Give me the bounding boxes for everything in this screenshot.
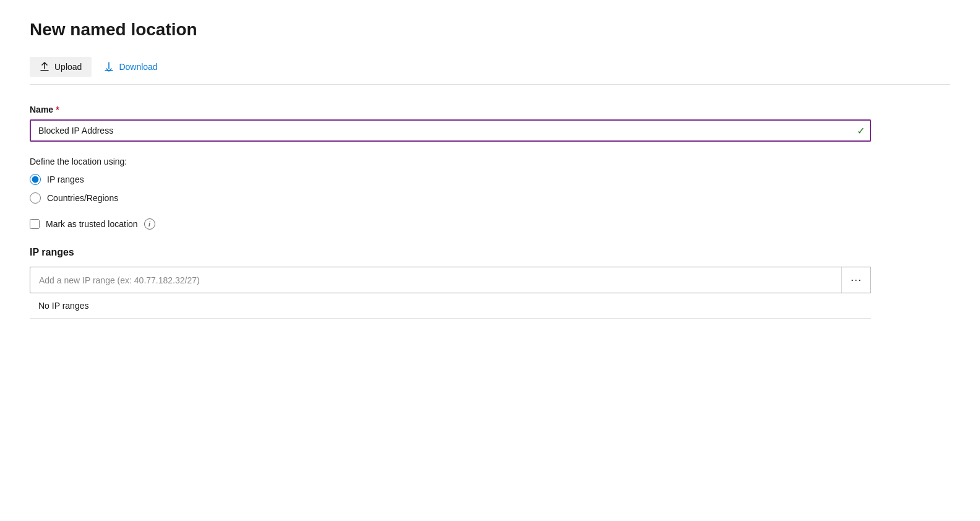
required-indicator: * xyxy=(56,105,59,114)
name-label: Name * xyxy=(30,105,896,114)
download-button[interactable]: Download xyxy=(94,57,167,77)
radio-group: IP ranges Countries/Regions xyxy=(30,174,896,204)
more-icon: ··· xyxy=(851,273,862,286)
define-location-label: Define the location using: xyxy=(30,157,896,166)
no-ip-ranges-text: No IP ranges xyxy=(30,293,871,319)
radio-ip-ranges-item[interactable]: IP ranges xyxy=(30,174,896,185)
trusted-location-label: Mark as trusted location xyxy=(46,219,138,229)
validation-check-icon: ✓ xyxy=(857,125,865,137)
trusted-location-group: Mark as trusted location i xyxy=(30,218,896,230)
upload-icon xyxy=(40,62,49,72)
form-section: Name * ✓ Define the location using: IP r… xyxy=(30,105,896,319)
upload-label: Upload xyxy=(54,62,82,72)
trusted-location-checkbox[interactable] xyxy=(30,219,40,229)
define-location-group: Define the location using: IP ranges Cou… xyxy=(30,157,896,204)
name-input[interactable] xyxy=(30,119,871,142)
ip-ranges-title: IP ranges xyxy=(30,247,896,258)
radio-countries-input[interactable] xyxy=(30,192,41,204)
ip-range-input[interactable] xyxy=(30,269,841,291)
trusted-location-info-icon[interactable]: i xyxy=(144,218,155,230)
radio-countries-label: Countries/Regions xyxy=(47,193,118,203)
download-icon xyxy=(104,62,114,72)
radio-countries-item[interactable]: Countries/Regions xyxy=(30,192,896,204)
ip-ranges-section: IP ranges ··· No IP ranges xyxy=(30,247,896,319)
name-field-group: Name * ✓ xyxy=(30,105,896,142)
download-label: Download xyxy=(119,62,157,72)
upload-button[interactable]: Upload xyxy=(30,57,92,77)
page-title: New named location xyxy=(30,20,950,40)
radio-ip-ranges-input[interactable] xyxy=(30,174,41,185)
name-input-wrapper: ✓ xyxy=(30,119,871,142)
ip-input-row: ··· xyxy=(30,267,871,293)
ip-range-more-button[interactable]: ··· xyxy=(841,267,870,293)
toolbar: Upload Download xyxy=(30,57,950,85)
radio-ip-ranges-label: IP ranges xyxy=(47,174,84,184)
